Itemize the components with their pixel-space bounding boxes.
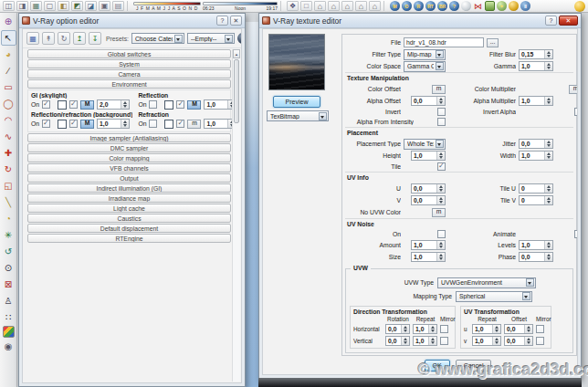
close-icon[interactable]: ✕ — [559, 16, 578, 26]
invert-checkbox[interactable] — [437, 108, 446, 116]
rollout-camera[interactable]: Camera — [27, 69, 231, 78]
scroll-thumb[interactable] — [234, 59, 239, 123]
shadow-date-slider[interactable]: J F M A M J J A S O N D — [133, 2, 201, 11]
size-spinner[interactable]: 1,0 — [411, 252, 446, 262]
yellow-sphere-icon[interactable] — [574, 1, 585, 12]
gi-map-checkbox[interactable] — [69, 100, 78, 109]
spinner-arrows[interactable] — [544, 152, 552, 160]
u-mirror-checkbox[interactable] — [536, 325, 544, 333]
load-icon[interactable] — [42, 32, 55, 45]
rollout-image-sampler[interactable]: Image sampler (Antialiasing) — [27, 133, 231, 142]
view-top-icon[interactable] — [328, 1, 340, 11]
freehand-tool-icon[interactable] — [1, 129, 16, 144]
textured-style-icon[interactable] — [71, 1, 83, 11]
v-repeat-spinner[interactable]: 1,0 — [472, 336, 501, 346]
placement-type-dropdown[interactable]: Whole Texture — [404, 139, 446, 150]
import-preset-icon[interactable] — [89, 32, 101, 45]
no-uvw-color-map-button[interactable]: m — [432, 208, 446, 217]
refl-refr-multiplier-spinner[interactable]: 1,0 — [97, 119, 130, 129]
gi-multiplier-spinner[interactable]: 2,0 — [97, 99, 130, 110]
orbit-tool-icon[interactable] — [1, 244, 16, 259]
spinner-arrows[interactable] — [436, 241, 445, 249]
jitter-spinner[interactable]: 0,0 — [519, 139, 553, 149]
wireframe-style-icon[interactable] — [30, 1, 42, 11]
vray-batch-render-icon[interactable]: BR — [437, 1, 447, 11]
vray-rt-render-icon[interactable]: RT — [425, 1, 436, 11]
vray-render-icon[interactable]: R — [414, 1, 424, 11]
scrollbar[interactable]: ▲ — [232, 49, 240, 382]
select-tool-icon[interactable] — [1, 30, 16, 46]
tape-measure-tool-icon[interactable] — [1, 194, 16, 210]
spinner-arrows[interactable] — [428, 325, 436, 333]
rollout-output[interactable]: Output — [27, 173, 231, 183]
position-camera-tool-icon[interactable] — [1, 293, 16, 309]
vray-dome-light-icon[interactable] — [509, 1, 519, 11]
rollout-vfb-channels[interactable]: VFB channels — [27, 163, 231, 173]
spinner-arrows[interactable] — [401, 325, 409, 333]
circle-tool-icon[interactable] — [1, 96, 16, 111]
reflection-map-button[interactable]: M — [187, 100, 201, 110]
restore-defaults-icon[interactable] — [58, 32, 70, 45]
rollout-light-cache[interactable]: Light cache — [27, 204, 231, 213]
hidden-line-style-icon[interactable] — [44, 1, 56, 11]
vray-ies-light-icon[interactable]: ✦ — [497, 1, 507, 11]
animate-checkbox[interactable] — [574, 230, 578, 238]
amount-spinner[interactable]: 1,0 — [411, 240, 446, 250]
view-front-icon[interactable] — [341, 1, 353, 11]
alpha-from-intensity-checkbox[interactable] — [437, 118, 446, 126]
move-tool-icon[interactable] — [1, 145, 16, 161]
swirl-icon[interactable] — [287, 1, 299, 11]
spinner-arrows[interactable] — [544, 62, 552, 70]
view-right-icon[interactable] — [355, 1, 367, 11]
spinner-arrows[interactable] — [436, 97, 445, 105]
phase-spinner[interactable]: 0,0 — [519, 252, 553, 262]
refraction-map-button[interactable]: m — [187, 120, 201, 129]
file-browse-button[interactable]: ... — [487, 38, 499, 47]
view-iso-icon[interactable] — [314, 1, 326, 11]
noise-on-checkbox[interactable] — [437, 230, 446, 238]
rollout-system[interactable]: System — [27, 59, 231, 68]
spinner-arrows[interactable] — [436, 196, 445, 204]
u-spinner[interactable]: 0,0 — [411, 183, 446, 194]
spinner-arrows[interactable] — [428, 337, 436, 345]
width-spinner[interactable]: 1,0 — [519, 151, 553, 161]
paint-bucket-tool-icon[interactable] — [1, 47, 16, 62]
preset-category-dropdown[interactable]: Choose Categor — [131, 33, 184, 44]
rollout-environment[interactable]: Environment — [27, 79, 231, 89]
vertical-mirror-checkbox[interactable] — [440, 337, 448, 345]
spinner-arrows[interactable] — [544, 140, 552, 148]
rollout-caustics[interactable]: Caustics — [27, 214, 231, 223]
save-icon[interactable] — [26, 32, 39, 45]
filter-blur-spinner[interactable]: 0,15 — [519, 49, 553, 59]
axes-tool-icon[interactable] — [1, 227, 16, 243]
walk-tool-icon[interactable] — [1, 309, 16, 325]
spinner-arrows[interactable] — [544, 97, 552, 105]
alpha-multiplier-spinner[interactable]: 1,0 — [519, 96, 553, 106]
vray-rectangle-light-icon[interactable] — [485, 1, 495, 11]
rollout-dmc-sampler[interactable]: DMC sampler — [27, 143, 231, 152]
spinner-arrows[interactable] — [492, 337, 500, 345]
height-spinner[interactable]: 1,0 — [411, 151, 446, 161]
arc-tool-icon[interactable] — [1, 112, 16, 128]
horizontal-mirror-checkbox[interactable] — [440, 325, 448, 333]
scroll-up-arrow[interactable]: ▲ — [233, 49, 240, 58]
vertical-repeat-spinner[interactable]: 1,0 — [413, 336, 437, 346]
vray-sphere-light-icon[interactable] — [461, 1, 471, 11]
refl-refr-color-swatch[interactable] — [58, 120, 67, 129]
vray-pause-icon[interactable]: ‖ — [520, 1, 530, 11]
monochrome-style-icon[interactable] — [85, 1, 97, 11]
v-offset-spinner[interactable]: 0,0 — [504, 336, 533, 346]
preset-dropdown[interactable]: --Empty-- — [187, 33, 235, 44]
gi-on-checkbox[interactable] — [42, 100, 50, 109]
zoom-tool-icon[interactable] — [1, 260, 16, 276]
zoom-extents-tool-icon[interactable] — [1, 277, 16, 292]
alpha-offset-spinner[interactable]: 0,0 — [411, 96, 446, 106]
levels-spinner[interactable]: 1,0 — [519, 240, 553, 250]
filter-type-dropdown[interactable]: Mip-map — [404, 49, 446, 60]
shaded-style-icon[interactable] — [58, 1, 69, 11]
shadow-time-slider[interactable]: 06:23 Noon 19:17 — [203, 2, 278, 11]
vray-infinite-plane-icon[interactable] — [473, 1, 483, 11]
preview-button[interactable]: Preview — [273, 96, 320, 108]
vray-help-icon[interactable]: ? — [449, 1, 459, 11]
xray-style-icon[interactable] — [3, 1, 15, 11]
